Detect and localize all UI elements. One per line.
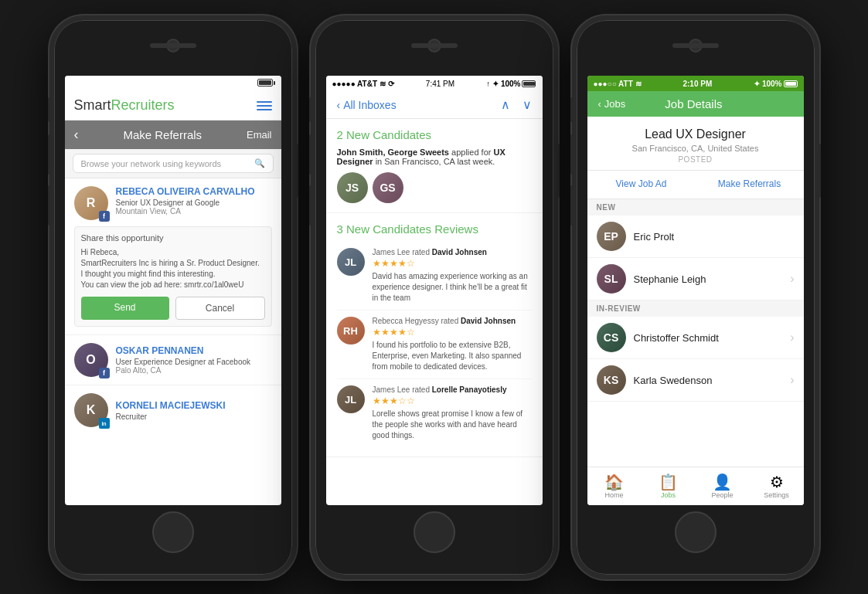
bottom-tab-bar: 🏠 Home 📋 Jobs 👤 People ⚙ Settings: [587, 467, 804, 505]
search-input-1[interactable]: Browse your network using keywords 🔍: [73, 154, 274, 173]
make-referrals-nav: ‹ Make Referrals Email: [65, 120, 281, 149]
chevron-right-icon-2: ›: [790, 331, 794, 345]
tab-people[interactable]: 👤 People: [696, 467, 750, 505]
carrier-2: ●●●●● AT&T ≋ ⟳: [332, 80, 394, 88]
job-details-title: Job Details: [665, 97, 722, 110]
tab-people-label: People: [711, 491, 733, 499]
job-title: Lead UX Designer: [595, 127, 796, 141]
review-header-3: James Lee rated Lorelle Panayotiesly: [373, 385, 532, 394]
facebook-badge-2: f: [99, 368, 110, 378]
new-candidates-section: 2 New Candidates John Smith, George Swee…: [326, 119, 543, 213]
jobs-icon: 📋: [659, 474, 678, 490]
status-bar-3: ●●●○○ ATT ≋ 2:10 PM ✦ 100%: [587, 76, 804, 91]
contact-rebeca: R f REBECA OLIVEIRA CARVALHO Senior UX D…: [65, 178, 281, 335]
chevron-left-icon-3: ‹: [598, 98, 601, 110]
candidate-avatar-2: GS: [373, 172, 403, 203]
back-button-1[interactable]: ‹: [74, 127, 79, 143]
avatar-christoffer: CS: [597, 323, 626, 352]
status-bar-2: ●●●●● AT&T ≋ ⟳ 7:41 PM ↑ ✦ 100%: [326, 76, 543, 91]
phone-3: ●●●○○ ATT ≋ 2:10 PM ✦ 100% ‹ Jobs Job De…: [572, 15, 819, 579]
job-info-block: Lead UX Designer San Francisco, CA, Unit…: [587, 117, 804, 171]
avatar-rebeca: R f: [74, 186, 108, 220]
candidate-name-stephanie: Stephanie Leigh: [634, 273, 791, 285]
view-job-ad-tab[interactable]: View Job Ad: [587, 171, 696, 199]
job-details-header: ‹ Jobs Job Details: [587, 91, 804, 117]
job-location: San Francisco, CA, United States: [595, 144, 796, 153]
search-bar-1: Browse your network using keywords 🔍: [65, 149, 281, 178]
new-candidates-title: 2 New Candidates: [337, 128, 532, 141]
new-section-label: NEW: [587, 199, 804, 216]
avatar-stephanie: SL: [597, 264, 626, 294]
people-icon: 👤: [713, 474, 732, 490]
contact-title-korneli: Recruiter: [116, 412, 226, 421]
review-1: JL James Lee rated David Johnsen ★★★★☆ D…: [337, 242, 532, 311]
avatar-karla: KS: [597, 365, 626, 395]
tab-jobs[interactable]: 📋 Jobs: [642, 467, 696, 505]
candidate-avatar-1: JS: [337, 172, 368, 203]
review-content-2: Rebecca Hegyessy rated David Johnsen ★★★…: [373, 317, 532, 372]
review-3: JL James Lee rated Lorelle Panayotiesly …: [337, 379, 532, 447]
candidate-avatars: JS GS: [337, 172, 532, 203]
up-arrow-icon[interactable]: ∧: [501, 97, 510, 112]
job-details-content: Lead UX Designer San Francisco, CA, Unit…: [587, 117, 804, 505]
candidate-name-christoffer: Christoffer Schmidt: [634, 332, 791, 344]
jobs-back-label: Jobs: [604, 98, 625, 110]
inbox-content: 2 New Candidates John Smith, George Swee…: [326, 119, 543, 505]
candidate-karla[interactable]: KS Karla Swedenson ›: [587, 359, 804, 402]
cancel-button[interactable]: Cancel: [175, 297, 265, 320]
candidate-name-karla: Karla Swedenson: [634, 375, 791, 386]
candidate-eric[interactable]: EP Eric Prolt: [587, 216, 804, 258]
tab-settings[interactable]: ⚙ Settings: [750, 467, 804, 505]
search-placeholder: Browse your network using keywords: [81, 159, 222, 168]
tab-home[interactable]: 🏠 Home: [587, 467, 642, 505]
share-message: Hi Rebeca,SmartRecruiters Inc is hiring …: [81, 247, 265, 290]
all-inboxes-back[interactable]: ‹ All Inboxes: [337, 99, 397, 111]
review-content-3: James Lee rated Lorelle Panayotiesly ★★★…: [373, 385, 532, 441]
tab-home-label: Home: [604, 491, 623, 499]
review-text-2: I found his portfolio to be extensive B2…: [373, 340, 532, 372]
reviews-section: 3 New Candidates Reviews JL James Lee ra…: [326, 213, 543, 457]
stars-1: ★★★★☆: [373, 258, 532, 269]
review-2: RH Rebecca Hegyessy rated David Johnsen …: [337, 311, 532, 379]
battery-2: ↑ ✦ 100%: [486, 80, 536, 88]
time-3: 2:10 PM: [682, 80, 712, 88]
make-referrals-tab[interactable]: Make Referrals: [696, 171, 804, 199]
review-content-1: James Lee rated David Johnsen ★★★★☆ Davi…: [373, 248, 532, 304]
hamburger-menu-icon[interactable]: [257, 101, 272, 110]
search-icon: 🔍: [254, 158, 265, 168]
phone-1-screen: SmartRecruiters ‹ Make Referrals Email B…: [65, 76, 281, 505]
tab-settings-label: Settings: [764, 491, 789, 499]
share-box: Share this opportunity Hi Rebeca,SmartRe…: [74, 226, 272, 327]
candidate-christoffer[interactable]: CS Christoffer Schmidt ›: [587, 317, 804, 359]
status-battery-1: [257, 79, 275, 88]
review-text-1: David has amazing experience working as …: [373, 271, 532, 304]
linkedin-badge: in: [99, 418, 110, 429]
reviewer-avatar-3: JL: [337, 385, 365, 413]
logo-bar: SmartRecruiters: [65, 91, 281, 120]
phone-3-screen: ●●●○○ ATT ≋ 2:10 PM ✦ 100% ‹ Jobs Job De…: [587, 76, 804, 505]
all-inboxes-nav: ‹ All Inboxes ∧ ∨: [326, 91, 543, 119]
stars-2: ★★★★☆: [373, 327, 532, 338]
share-label: Share this opportunity: [81, 233, 265, 243]
avatar-eric: EP: [597, 222, 626, 251]
chevron-right-icon-1: ›: [790, 272, 794, 286]
candidate-name-eric: Eric Prolt: [634, 231, 795, 243]
email-button[interactable]: Email: [247, 129, 272, 141]
jobs-back-button[interactable]: ‹ Jobs: [598, 98, 626, 110]
battery-3: ✦ 100%: [754, 80, 797, 88]
down-arrow-icon[interactable]: ∨: [523, 97, 532, 112]
reviewer-avatar-2: RH: [337, 317, 365, 345]
contact-name-korneli: KORNELI MACIEJEWSKI: [116, 400, 226, 411]
send-button[interactable]: Send: [81, 297, 169, 320]
logo: SmartRecruiters: [74, 97, 175, 114]
reviews-title: 3 New Candidates Reviews: [337, 222, 532, 236]
candidate-names: John Smith, George Sweets: [337, 148, 449, 157]
candidates-description: John Smith, George Sweets applied for UX…: [337, 148, 532, 166]
chevron-right-icon-3: ›: [790, 373, 794, 387]
stars-3: ★★★☆☆: [373, 395, 532, 406]
job-tabs: View Job Ad Make Referrals: [587, 171, 804, 199]
phone-2-screen: ●●●●● AT&T ≋ ⟳ 7:41 PM ↑ ✦ 100% ‹ All In…: [326, 76, 543, 505]
candidate-stephanie[interactable]: SL Stephanie Leigh ›: [587, 258, 804, 300]
facebook-badge: f: [99, 211, 110, 222]
carrier-3: ●●●○○ ATT ≋: [594, 80, 642, 88]
